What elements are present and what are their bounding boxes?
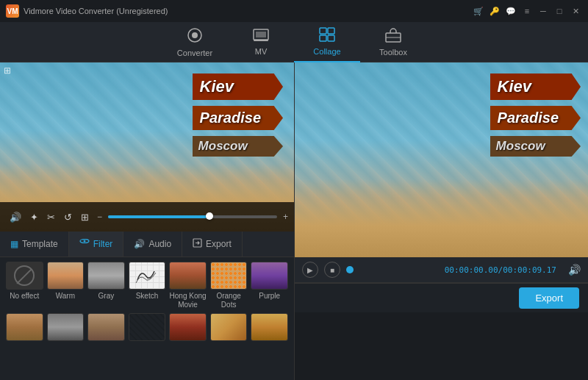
filter-thumb-purple xyxy=(251,262,288,290)
volume-toolbar-icon[interactable]: 🔊 xyxy=(6,210,25,224)
volume-icon[interactable]: 🔊 xyxy=(568,264,581,276)
sign-paradise: Paradise xyxy=(193,106,283,130)
svg-point-12 xyxy=(83,240,85,242)
filter-thumb-r2-3 xyxy=(87,313,125,341)
filter-thumb-r2-7 xyxy=(251,313,288,341)
filter-thumb-hk xyxy=(169,262,207,290)
tab-template[interactable]: ▦ Template xyxy=(0,232,69,257)
right-panel: Kiev Paradise Moscow ▶ ■ 00:00:00.00/00:… xyxy=(294,62,588,380)
tab-filter[interactable]: Filter xyxy=(69,232,124,257)
filter-hk-movie[interactable]: Hong Kong Movie xyxy=(169,262,207,309)
nav-item-toolbox[interactable]: Toolbox xyxy=(360,22,426,62)
effects-icon[interactable]: ✦ xyxy=(26,210,42,224)
filter-r2-5[interactable] xyxy=(169,313,207,343)
filter-thumb-r2-2 xyxy=(47,313,85,341)
filter-label-purple: Purple xyxy=(259,292,280,301)
filter-no-effect[interactable]: No effect xyxy=(6,262,43,309)
filter-orange-dots[interactable]: Orange Dots xyxy=(210,262,248,309)
progress-indicator xyxy=(346,266,354,273)
filter-thumb-r2-5 xyxy=(169,313,207,341)
filter-purple[interactable]: Purple xyxy=(251,262,288,309)
right-video-preview: Kiev Paradise Moscow xyxy=(295,62,588,257)
filter-thumb-orange xyxy=(210,262,248,290)
plus-icon[interactable]: + xyxy=(283,212,288,222)
svg-point-1 xyxy=(192,32,198,38)
filter-r2-7[interactable] xyxy=(251,313,288,343)
filter-r2-1[interactable] xyxy=(6,313,43,343)
gift-icon[interactable]: 🔑 xyxy=(488,4,501,18)
collage-label: Collage xyxy=(313,47,340,56)
tab-audio[interactable]: 🔊 Audio xyxy=(123,232,182,257)
no-effect-icon xyxy=(14,265,35,286)
time-current: 00:00:00.00 xyxy=(445,265,498,275)
app-icon: VM xyxy=(6,4,19,18)
chat-icon[interactable]: 💬 xyxy=(504,4,517,18)
progress-fill xyxy=(108,215,209,218)
mv-label: MV xyxy=(255,47,268,56)
svg-rect-5 xyxy=(320,28,326,34)
svg-rect-4 xyxy=(254,40,268,41)
cut-icon[interactable]: ✂ xyxy=(43,210,59,224)
filter-thumb-no-effect xyxy=(6,262,43,290)
nav-item-collage[interactable]: Collage xyxy=(294,22,360,62)
svg-rect-3 xyxy=(256,32,266,37)
right-sign-kiev: Kiev xyxy=(490,74,581,100)
filter-r2-3[interactable] xyxy=(87,313,125,343)
export-button[interactable]: Export xyxy=(519,287,579,309)
titlebar: VM Vidmore Video Converter (Unregistered… xyxy=(0,0,588,22)
filter-r2-2[interactable] xyxy=(47,313,85,343)
export-tab-label: Export xyxy=(206,239,232,249)
filter-label-orange: Orange Dots xyxy=(210,292,248,309)
maximize-button[interactable]: □ xyxy=(553,4,566,18)
filter-warm[interactable]: Warm xyxy=(47,262,85,309)
filter-gray[interactable]: Gray xyxy=(87,262,125,309)
toolbox-label: Toolbox xyxy=(379,48,407,57)
filter-sketch[interactable]: Sketch xyxy=(129,262,166,309)
close-button[interactable]: ✕ xyxy=(569,4,582,18)
minus-icon[interactable]: − xyxy=(97,212,102,222)
nav-item-converter[interactable]: Converter xyxy=(162,22,228,62)
app-title: Vidmore Video Converter (Unregistered) xyxy=(24,7,168,15)
main-content: Kiev Paradise Moscow ⊞ 🔊 ✦ ✂ ↺ ⊞ − + xyxy=(0,62,588,380)
filter-label-hk: Hong Kong Movie xyxy=(169,292,207,309)
stop-button[interactable]: ■ xyxy=(324,262,340,278)
minimize-button[interactable]: ─ xyxy=(537,4,550,18)
export-tab-icon xyxy=(193,238,202,250)
sign-moscow: Moscow xyxy=(193,136,283,157)
top-navigation: Converter MV Collage xyxy=(0,22,588,62)
progress-handle[interactable] xyxy=(206,212,213,220)
converter-label: Converter xyxy=(177,49,212,57)
mv-icon xyxy=(253,29,269,44)
left-video-preview: Kiev Paradise Moscow ⊞ 🔊 ✦ ✂ ↺ ⊞ − + xyxy=(0,62,294,232)
video-toolbar: 🔊 ✦ ✂ ↺ ⊞ − + xyxy=(0,202,294,232)
playback-bar: ▶ ■ 00:00:00.00/00:00:09.17 🔊 xyxy=(295,257,588,283)
toolbox-icon xyxy=(385,28,401,45)
filter-thumb-gray xyxy=(87,262,125,290)
filter-thumb-r2-4 xyxy=(129,313,166,341)
rotate-icon[interactable]: ↺ xyxy=(60,210,76,224)
tab-export-action[interactable]: Export xyxy=(182,232,243,257)
template-tab-icon: ▦ xyxy=(10,239,18,249)
filter-area: No effect Warm Gray xyxy=(0,257,294,380)
progress-bar[interactable] xyxy=(108,215,277,218)
svg-rect-7 xyxy=(320,35,326,41)
svg-rect-8 xyxy=(328,35,334,41)
converter-icon xyxy=(187,27,203,46)
nav-item-mv[interactable]: MV xyxy=(228,22,294,62)
filter-label-gray: Gray xyxy=(98,292,115,301)
menu-icon[interactable]: ≡ xyxy=(520,4,534,18)
audio-tab-label: Audio xyxy=(148,239,171,249)
filter-r2-4[interactable] xyxy=(129,313,166,343)
filter-row-1: No effect Warm Gray xyxy=(6,262,288,309)
filter-r2-6[interactable] xyxy=(210,313,248,343)
grid-icon[interactable]: ⊞ xyxy=(77,210,93,224)
filter-tab-icon xyxy=(79,239,90,250)
right-sign-moscow: Moscow xyxy=(490,136,581,157)
right-sign-paradise: Paradise xyxy=(490,106,581,130)
cart-icon[interactable]: 🛒 xyxy=(472,4,485,18)
filter-label-sketch: Sketch xyxy=(136,292,159,301)
play-button[interactable]: ▶ xyxy=(302,262,318,278)
collage-icon xyxy=(319,27,335,44)
filter-tab-label: Filter xyxy=(93,239,113,249)
audio-tab-icon: 🔊 xyxy=(134,239,145,249)
